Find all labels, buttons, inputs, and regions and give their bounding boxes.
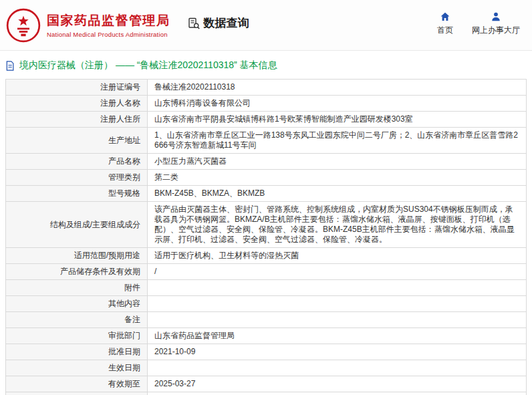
row-value [148,296,527,312]
row-value: 山东省济南市平阴县安城镇博科路1号欧莱博智能制造产业园研发楼303室 [148,112,527,128]
table-row: 变更情况 [6,392,527,395]
row-label: 结构及组成/主要组成成分 [6,202,148,248]
row-value: 1、山东省济南市章丘区工业一路138号东风工业园东院中间二号厂房；2、山东省济南… [148,128,527,154]
row-value: / [148,264,527,280]
agency-name-en: National Medical Products Administration [47,31,170,38]
row-label: 生产地址 [6,128,148,154]
row-value: 适用于医疗机构、卫生材料等的湿热灭菌 [148,248,527,264]
home-icon [440,11,450,22]
info-table-body: 注册证编号鲁械注准20202110318注册人名称山东博科消毒设备有限公司注册人… [6,80,527,395]
home-link[interactable]: 首页 [437,11,453,36]
header-links: 首页 网上办事大厅 [437,11,520,36]
table-row: 有效期至2025-03-27 [6,376,527,392]
row-value: 2021-10-09 [148,344,527,360]
row-label: 生效日期 [6,360,148,376]
row-value: 山东省药品监督管理局 [148,328,527,344]
row-value: 第二类 [148,170,527,186]
table-row: 产品储存条件及有效期/ [6,264,527,280]
national-emblem-logo [5,7,41,43]
service-hall-label: 网上办事大厅 [472,25,520,36]
row-value [148,392,527,395]
table-row: 产品名称小型压力蒸汽灭菌器 [6,154,527,170]
site-header: 国家药品监督管理局 National Medical Products Admi… [0,0,532,51]
row-value [148,312,527,328]
document-icon [5,61,15,71]
row-value: 2025-03-27 [148,376,527,392]
data-query-label: 数据查询 [204,15,249,31]
row-value [148,280,527,296]
row-value: BKM-Z45B、BKMZA、BKMZB [148,186,527,202]
agency-name: 国家药品监督管理局 [47,13,170,29]
table-row: 附件 [6,280,527,296]
table-row: 生产地址1、山东省济南市章丘区工业一路138号东风工业园东院中间二号厂房；2、山… [6,128,527,154]
row-label: 管理类别 [6,170,148,186]
row-label: 其他内容 [6,296,148,312]
row-value: 小型压力蒸汽灭菌器 [148,154,527,170]
row-label: 附件 [6,280,148,296]
row-label: 注册证编号 [6,80,148,96]
breadcrumb: 境内医疗器械（注册） —— “鲁械注准20202110318” 基本信息 [0,51,532,78]
row-label: 有效期至 [6,376,148,392]
table-row: 批准日期2021-10-09 [6,344,527,360]
table-row: 管理类别第二类 [6,170,527,186]
row-label: 注册人名称 [6,96,148,112]
table-row: 结构及组成/主要组成成分该产品由灭菌器主体、密封门、管路系统、控制系统组成，内室… [6,202,527,248]
row-label: 产品名称 [6,154,148,170]
row-label: 审批部门 [6,328,148,344]
page-title: 境内医疗器械（注册） —— “鲁械注准20202110318” 基本信息 [19,59,277,72]
row-label: 变更情况 [6,392,148,395]
table-row: 其他内容 [6,296,527,312]
table-row: 注册人住所山东省济南市平阴县安城镇博科路1号欧莱博智能制造产业园研发楼303室 [6,112,527,128]
table-row: 生效日期 [6,360,527,376]
row-label: 型号规格 [6,186,148,202]
table-row: 备注 [6,312,527,328]
table-row: 注册证编号鲁械注准20202110318 [6,80,527,96]
table-row: 注册人名称山东博科消毒设备有限公司 [6,96,527,112]
agency-title-block: 国家药品监督管理局 National Medical Products Admi… [47,13,170,38]
row-label: 注册人住所 [6,112,148,128]
row-label: 适用范围/预期用途 [6,248,148,264]
service-hall-link[interactable]: 网上办事大厅 [472,11,520,36]
header-left: 国家药品监督管理局 National Medical Products Admi… [5,7,249,43]
table-row: 适用范围/预期用途适用于医疗机构、卫生材料等的湿热灭菌 [6,248,527,264]
table-row: 审批部门山东省药品监督管理局 [6,328,527,344]
row-label: 备注 [6,312,148,328]
table-row: 型号规格BKM-Z45B、BKMZA、BKMZB [6,186,527,202]
user-icon [491,11,501,22]
row-value [148,360,527,376]
home-link-label: 首页 [437,25,453,36]
row-value: 山东博科消毒设备有限公司 [148,96,527,112]
data-query-icon [188,17,200,29]
row-value: 鲁械注准20202110318 [148,80,527,96]
registration-info-table: 注册证编号鲁械注准20202110318注册人名称山东博科消毒设备有限公司注册人… [5,79,527,395]
data-query-nav[interactable]: 数据查询 [188,15,249,31]
row-value: 该产品由灭菌器主体、密封门、管路系统、控制系统组成，内室材质为SUS304不锈钢… [148,202,527,248]
row-label: 产品储存条件及有效期 [6,264,148,280]
row-label: 批准日期 [6,344,148,360]
